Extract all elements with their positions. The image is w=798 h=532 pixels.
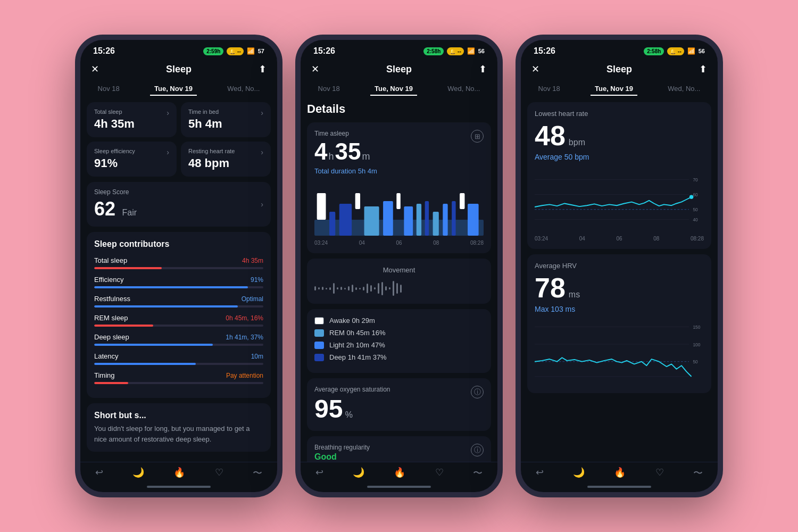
date-current-1[interactable]: Tue, Nov 19 — [150, 82, 197, 96]
legend-section: Awake 0h 29m REM 0h 45m 16% Light 2h 10m… — [307, 309, 491, 373]
chevron-icon-2: › — [167, 148, 169, 156]
oxygen-info-icon[interactable]: ⓘ — [471, 386, 484, 398]
time-asleep-h: 4 — [314, 138, 327, 165]
home-bar-1 — [147, 486, 211, 488]
contributor-latency: Latency 10m — [94, 352, 263, 365]
date-current-3[interactable]: Tue, Nov 19 — [591, 82, 637, 96]
close-button-2[interactable]: ✕ — [311, 63, 319, 75]
legend-text-light: Light 2h 10m 47% — [329, 341, 385, 349]
nav-icon-hrv[interactable]: 〜 — [253, 467, 262, 479]
chevron-icon-1: › — [261, 109, 263, 117]
svg-rect-7 — [396, 193, 400, 209]
legend-text-deep: Deep 1h 41m 37% — [329, 353, 387, 361]
date-current-2[interactable]: Tue, Nov 19 — [370, 82, 417, 96]
date-next-2[interactable]: Wed, No... — [443, 82, 484, 96]
score-section[interactable]: Sleep Score 62 Fair › — [87, 182, 271, 227]
status-bar-2: 15:26 2:58h 🔔 -- 📶 56 — [301, 40, 497, 59]
breathing-info-icon[interactable]: ⓘ — [471, 444, 484, 456]
summary-text: You didn't sleep for long, but you manag… — [94, 423, 263, 444]
stat-label-3: Resting heart rate — [188, 148, 235, 154]
stat-card-time-bed[interactable]: Time in bed 5h 4m › — [181, 102, 271, 137]
nav-icon-activity-3[interactable]: ↩ — [536, 467, 544, 479]
summary-title: Short but s... — [94, 411, 263, 420]
movement-section: Movement — [307, 259, 491, 304]
home-bar-3 — [587, 486, 651, 488]
nav-icon-heart-3[interactable]: ♡ — [655, 467, 664, 479]
stat-card-efficiency[interactable]: Sleep efficiency 91% › — [87, 142, 177, 177]
legend-light: Light 2h 10m 47% — [314, 341, 484, 349]
contributor-value-1: 91% — [251, 276, 263, 284]
date-prev-2[interactable]: Nov 18 — [314, 82, 344, 96]
wifi-icon-1: 📶 — [247, 47, 255, 55]
svg-rect-10 — [425, 201, 429, 236]
details-title: Details — [307, 102, 491, 116]
nav-icon-sleep-3[interactable]: 🌙 — [573, 467, 585, 479]
date-next-1[interactable]: Wed, No... — [223, 82, 264, 96]
contributor-name-4: Deep sleep — [94, 333, 129, 341]
stat-value-1: 5h 4m — [188, 117, 222, 131]
contributor-name-5: Latency — [94, 352, 119, 360]
close-button-1[interactable]: ✕ — [91, 63, 99, 75]
svg-rect-5 — [364, 206, 379, 236]
contributor-name-0: Total sleep — [94, 256, 127, 264]
bottom-nav-1: ↩ 🌙 🔥 ♡ 〜 — [80, 462, 277, 481]
nav-icon-sleep[interactable]: 🌙 — [132, 467, 144, 479]
nav-icon-calories-2[interactable]: 🔥 — [394, 467, 405, 479]
stat-label-0: Total sleep — [94, 109, 135, 115]
svg-text:50: 50 — [693, 207, 698, 212]
score-desc: Fair — [122, 208, 137, 217]
contributor-restfulness: Restfulness Optimal — [94, 295, 263, 307]
phone-1: 15:26 2:59h 🔔 -- 📶 57 ✕ Sleep ⬆ Nov 18 T… — [75, 35, 282, 497]
hr-avg: Average 50 bpm — [535, 153, 704, 161]
svg-rect-2 — [329, 212, 335, 236]
share-button-3[interactable]: ⬆ — [699, 63, 707, 75]
share-button-1[interactable]: ⬆ — [259, 63, 267, 75]
movement-bars — [314, 280, 484, 296]
nav-icon-activity-2[interactable]: ↩ — [315, 467, 323, 479]
stat-label-2: Sleep efficiency — [94, 148, 135, 154]
stat-card-rhr[interactable]: Resting heart rate 48 bpm › — [181, 142, 271, 177]
close-button-3[interactable]: ✕ — [531, 63, 539, 75]
home-indicator-1 — [80, 481, 277, 492]
contributor-timing: Timing Pay attention — [94, 371, 263, 384]
nav-icon-sleep-2[interactable]: 🌙 — [353, 467, 364, 479]
phone-2-content: Details Time asleep 4 h 35 m Total durat… — [301, 96, 497, 462]
breathing-value: Good — [314, 452, 370, 462]
date-nav-2: Nov 18 Tue, Nov 19 Wed, No... — [301, 79, 497, 96]
breathing-card: Breathing regularity Good ⓘ — [307, 436, 491, 462]
nav-title-2: Sleep — [386, 64, 412, 75]
stats-grid-1: Total sleep 4h 35m › Time in bed 5h 4m ›… — [87, 102, 271, 177]
date-prev-1[interactable]: Nov 18 — [94, 82, 124, 96]
nav-icon-calories-3[interactable]: 🔥 — [614, 467, 626, 479]
nav-icon-activity[interactable]: ↩ — [95, 467, 103, 479]
expand-icon[interactable]: ⊞ — [471, 130, 484, 143]
share-button-2[interactable]: ⬆ — [479, 63, 487, 75]
time-h-unit: h — [328, 151, 334, 162]
time-2: 15:26 — [313, 46, 335, 56]
svg-rect-6 — [383, 201, 393, 236]
battery-badge-2: 🔔 -- — [447, 47, 463, 55]
home-bar-2 — [367, 486, 431, 488]
stat-label-1: Time in bed — [188, 109, 222, 115]
date-prev-3[interactable]: Nov 18 — [534, 82, 564, 96]
svg-rect-15 — [468, 204, 479, 236]
svg-rect-12 — [443, 204, 447, 236]
status-bar-1: 15:26 2:59h 🔔 -- 📶 57 — [80, 40, 277, 59]
battery-1: 57 — [258, 48, 264, 54]
legend-color-deep — [314, 354, 324, 361]
oxygen-label: Average oxygen saturation — [314, 386, 390, 393]
nav-icon-hrv-2[interactable]: 〜 — [473, 467, 483, 479]
svg-rect-4 — [355, 193, 360, 209]
stat-value-0: 4h 35m — [94, 117, 135, 131]
svg-rect-11 — [433, 212, 439, 236]
legend-color-awake — [314, 317, 324, 325]
nav-icon-calories[interactable]: 🔥 — [173, 467, 185, 479]
nav-icon-heart[interactable]: ♡ — [215, 467, 223, 479]
date-next-3[interactable]: Wed, No... — [663, 82, 704, 96]
nav-icon-hrv-3[interactable]: 〜 — [693, 467, 703, 479]
nav-icon-heart-2[interactable]: ♡ — [435, 467, 444, 479]
stat-card-total-sleep[interactable]: Total sleep 4h 35m › — [87, 102, 177, 137]
contributor-rem: REM sleep 0h 45m, 16% — [94, 314, 263, 327]
wifi-icon-2: 📶 — [467, 47, 475, 55]
date-nav-3: Nov 18 Tue, Nov 19 Wed, No... — [521, 79, 718, 96]
